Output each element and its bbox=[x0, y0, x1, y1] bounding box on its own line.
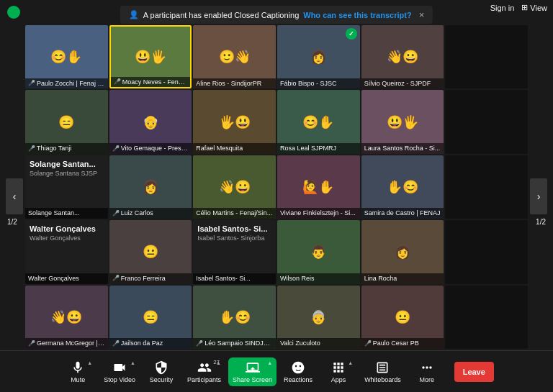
left-arrow-icon: ‹ bbox=[13, 191, 17, 202]
security-label: Security bbox=[150, 376, 174, 383]
participant-name-label: Rafael Mesquita bbox=[193, 143, 276, 154]
participant-name-text: Franco Ferreira bbox=[121, 275, 166, 283]
participant-name-label: Célio Martins - Fenaj/Sin... bbox=[193, 208, 276, 219]
view-button[interactable]: ⊞ View bbox=[521, 3, 547, 12]
mic-off-icon: 🎤 bbox=[364, 340, 372, 347]
video-cell[interactable]: 😑🎤Jailson da Paz bbox=[109, 286, 192, 349]
participant-name-text: Paulo Zocchi | Fenaj e SJ... bbox=[37, 80, 105, 88]
video-cell[interactable]: 👋😀Célio Martins - Fenaj/Sin... bbox=[193, 155, 276, 219]
video-cell[interactable]: ✋😊🎤Léo Sampaio SINDJOR ... bbox=[193, 286, 276, 349]
camera-icon bbox=[112, 360, 127, 375]
participant-name-label: 🎤Thiago Tanji bbox=[25, 143, 108, 154]
participant-name-text: Walter Gonçalves bbox=[28, 275, 79, 283]
video-cell[interactable]: 😐🎤Paulo Cesar PB bbox=[361, 286, 444, 349]
apps-caret: ▲ bbox=[348, 360, 353, 365]
next-page-button[interactable]: › bbox=[530, 178, 547, 214]
apps-button[interactable]: ▲ Apps bbox=[320, 357, 357, 386]
participant-name-text: Léo Sampaio SINDJOR ... bbox=[204, 339, 273, 347]
video-cell[interactable] bbox=[445, 220, 528, 283]
participant-name-text: Rafael Mesquita bbox=[196, 145, 243, 152]
video-cell[interactable]: 😊✋🎤Paulo Zocchi | Fenaj e SJ... bbox=[25, 25, 108, 88]
participant-sub-name: Solange Santana SJSP bbox=[30, 170, 97, 177]
video-cell[interactable] bbox=[445, 286, 528, 349]
video-cell[interactable]: 🖐😃Rafael Mesquita bbox=[193, 90, 276, 153]
video-cell[interactable] bbox=[445, 155, 528, 219]
participant-name-text: Germana McGregor | Si... bbox=[37, 339, 105, 347]
apps-icon bbox=[331, 360, 346, 375]
stop-video-button[interactable]: ▲ Stop Video bbox=[99, 357, 140, 386]
prev-page-button[interactable]: ‹ bbox=[6, 178, 23, 214]
video-cell[interactable]: 😃🖐Laura Santos Rocha - Si... bbox=[361, 90, 444, 153]
video-cell[interactable] bbox=[445, 90, 528, 153]
video-cell[interactable]: 👩Lina Rocha bbox=[361, 220, 444, 283]
participant-name-text: Samira de Castro | FENAJ bbox=[364, 209, 441, 217]
toolbar: ▲ Mute ▲ Stop Video Security ▲ 27 Partic… bbox=[0, 350, 553, 392]
caption-text: A participant has enabled Closed Caption… bbox=[143, 11, 299, 19]
security-button[interactable]: Security bbox=[143, 357, 180, 386]
video-cell[interactable]: Solange Santan...Solange Santana SJSPSol… bbox=[25, 155, 108, 219]
video-cell[interactable]: 👨Wilson Reis bbox=[277, 220, 360, 283]
zoom-logo bbox=[7, 6, 20, 19]
video-cell[interactable]: 😊✋Rosa Leal SJPMRJ bbox=[277, 90, 360, 153]
participant-name-label: Solange Santan... bbox=[25, 208, 108, 219]
leave-button[interactable]: Leave bbox=[454, 362, 494, 382]
share-screen-icon bbox=[246, 360, 260, 375]
reactions-label: Reactions bbox=[284, 376, 313, 383]
video-cell[interactable]: Walter GonçalvesWalter GonçalvesWalter G… bbox=[25, 220, 108, 283]
participant-name-label: 🎤Jailson da Paz bbox=[109, 338, 192, 349]
participant-name-text: Lina Rocha bbox=[364, 275, 397, 283]
video-cell[interactable]: 👩🎤Luiz Carlos bbox=[109, 155, 192, 219]
video-cell[interactable]: 👋😀🎤Germana McGregor | Si... bbox=[25, 286, 108, 349]
participant-sub-name: Walter Gonçalves bbox=[30, 234, 81, 242]
participant-name-label: Aline Rios - SindijorPR bbox=[193, 78, 276, 89]
check-badge: ✓ bbox=[346, 28, 357, 40]
participant-name-label: Viviane Finkielsztejn - Si... bbox=[277, 208, 360, 219]
video-cell[interactable]: 👋😀Sílvio Queiroz - SJPDF bbox=[361, 25, 444, 88]
participant-name-text: Fábio Bispo - SJSC bbox=[280, 80, 337, 88]
participant-display-name: Isabel Santos- Si... bbox=[197, 224, 267, 233]
video-grid: 😊✋🎤Paulo Zocchi | Fenaj e SJ...😃🖐🎤Moacy … bbox=[25, 25, 528, 349]
participants-icon bbox=[197, 360, 212, 375]
whiteboards-icon bbox=[375, 360, 390, 375]
participant-name-label: 🎤Moacy Neves - Fenaj/Sinjor... bbox=[111, 77, 191, 88]
sign-in-button[interactable]: Sign in bbox=[490, 4, 515, 12]
more-label: More bbox=[419, 376, 434, 383]
video-cell[interactable]: 👴🎤Vito Gemaque - Pres. Si... bbox=[109, 90, 192, 153]
participant-name-text: Paulo Cesar PB bbox=[373, 339, 419, 347]
mic-off-icon: 🎤 bbox=[196, 340, 203, 347]
participant-name-label: 🎤Vito Gemaque - Pres. Si... bbox=[109, 143, 192, 154]
participant-name-label: Sílvio Queiroz - SJPDF bbox=[361, 78, 444, 89]
transcript-link[interactable]: Who can see this transcript? bbox=[303, 11, 411, 19]
whiteboards-button[interactable]: Whiteboards bbox=[360, 357, 405, 386]
video-cell[interactable]: 😃🖐🎤Moacy Neves - Fenaj/Sinjor... bbox=[109, 25, 192, 88]
more-button[interactable]: More bbox=[408, 357, 446, 386]
caption-close-button[interactable]: × bbox=[419, 9, 425, 20]
participant-name-label: Lina Rocha bbox=[361, 273, 444, 284]
participant-name-text: Sílvio Queiroz - SJPDF bbox=[364, 80, 431, 88]
participant-name-text: Jailson da Paz bbox=[121, 339, 163, 347]
video-cell[interactable] bbox=[445, 25, 528, 88]
stop-video-caret: ▲ bbox=[130, 360, 135, 365]
participant-display-name: Walter Gonçalves bbox=[30, 224, 96, 233]
share-screen-button[interactable]: ▲ Share Screen bbox=[228, 357, 276, 386]
video-cell[interactable]: 👩✓Fábio Bispo - SJSC bbox=[277, 25, 360, 88]
video-cell[interactable]: 🙋✋Viviane Finkielsztejn - Si... bbox=[277, 155, 360, 219]
video-cell[interactable]: 😑🎤Thiago Tanji bbox=[25, 90, 108, 153]
participants-badge: 27 bbox=[213, 359, 220, 365]
video-cell[interactable]: 😐🎤Franco Ferreira bbox=[109, 220, 192, 283]
participant-name-label: Valci Zuculoto bbox=[277, 338, 360, 349]
stop-video-label: Stop Video bbox=[104, 376, 135, 383]
video-cell[interactable]: Isabel Santos- Si...Isabel Santos- Sinjo… bbox=[193, 220, 276, 283]
participant-name-label: 🎤Germana McGregor | Si... bbox=[25, 338, 108, 349]
participant-name-text: Rosa Leal SJPMRJ bbox=[280, 145, 336, 152]
mute-button[interactable]: ▲ Mute bbox=[59, 357, 96, 386]
video-cell[interactable]: ✋😊Samira de Castro | FENAJ bbox=[361, 155, 444, 219]
reactions-button[interactable]: Reactions bbox=[279, 357, 317, 386]
participant-name-label: Walter Gonçalves bbox=[25, 273, 108, 284]
participant-name-label: Fábio Bispo - SJSC bbox=[277, 78, 360, 89]
participants-button[interactable]: ▲ 27 Participants bbox=[183, 357, 225, 386]
security-icon bbox=[154, 360, 168, 375]
video-cell[interactable]: 👵Valci Zuculoto bbox=[277, 286, 360, 349]
reactions-icon bbox=[291, 360, 305, 375]
video-cell[interactable]: 🙂👋Aline Rios - SindijorPR bbox=[193, 25, 276, 88]
